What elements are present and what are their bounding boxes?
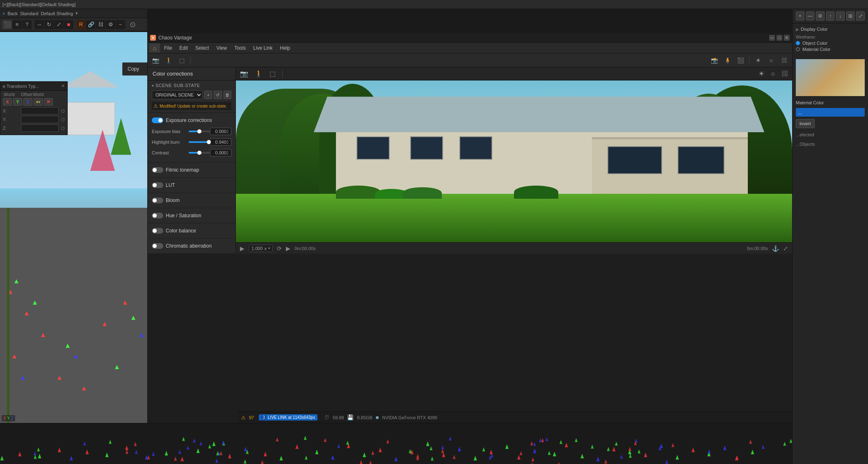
exposure-bias-arrows[interactable]: ▲ ▼ (226, 129, 229, 134)
tp-y-spin[interactable]: ⬡ (61, 117, 65, 122)
cv-view-menu[interactable]: View (213, 44, 230, 52)
left-vp-dropdown-icon[interactable]: ▾ (75, 11, 78, 16)
substate-scene-select[interactable]: ORIGINAL SCENE (152, 90, 203, 99)
contrast-value-box[interactable]: ▲ ▼ (210, 149, 231, 156)
cv-livelink-menu[interactable]: Live Link (250, 44, 276, 52)
invert-button[interactable]: Invert (796, 119, 815, 128)
left-vp-squig-icon[interactable]: ~ (116, 20, 126, 29)
highlight-burn-value-box[interactable]: ▲ ▼ (210, 138, 231, 146)
highlight-burn-input[interactable] (212, 140, 226, 145)
substate-expand-arrow[interactable]: ▾ (152, 83, 154, 88)
tp-z-spin[interactable]: ⬡ (61, 126, 65, 131)
left-vp-target-icon[interactable]: ⊙ (128, 20, 138, 29)
cv-select-rect-icon[interactable]: ⬚ (177, 56, 186, 65)
contrast-handle[interactable] (197, 151, 201, 155)
rp-up-btn[interactable]: ↑ (826, 11, 835, 21)
left-vp-link-icon[interactable]: 🔗 (86, 20, 96, 29)
cv-file-menu[interactable]: File (161, 44, 175, 52)
left-vp-bone-icon[interactable]: ⚙ (106, 20, 116, 29)
material-color-radio[interactable] (796, 47, 800, 51)
filmic-toggle[interactable] (152, 167, 163, 173)
tp-z-btn[interactable]: Z (23, 98, 32, 106)
left-vp-color1-icon[interactable]: ■ (64, 20, 74, 29)
rp-grid-btn[interactable]: ⊞ (846, 11, 855, 21)
color-balance-toggle[interactable] (152, 228, 163, 234)
exposure-bias-down[interactable]: ▼ (226, 131, 229, 134)
cv-rain-icon[interactable]: ⛆ (780, 56, 789, 65)
rp-remove-btn[interactable]: — (806, 11, 815, 21)
tp-x-value[interactable] (21, 107, 59, 115)
object-color-radio[interactable] (796, 41, 800, 45)
tp-x-btn[interactable]: X (3, 98, 12, 106)
dc-expand-arrow[interactable]: ▶ (796, 27, 799, 32)
tp-y-btn[interactable]: Y (13, 98, 22, 106)
hue-saturation-toggle[interactable] (152, 213, 163, 218)
vp-sun-icon[interactable]: ☀ (758, 70, 764, 78)
tp-xy-btn[interactable]: XY (34, 98, 43, 106)
rp-expand-btn[interactable]: ⤢ (856, 11, 865, 21)
rp-add-btn[interactable]: + (796, 11, 804, 21)
highlight-burn-arrows[interactable]: ▲ ▼ (226, 140, 229, 145)
tp-z-value[interactable] (21, 124, 59, 132)
tp-x-spin[interactable]: ⬡ (61, 109, 65, 113)
left-vp-unlink-icon[interactable]: ⛓ (96, 20, 106, 29)
tp-cancel-btn[interactable]: ✕ (44, 98, 53, 106)
left-vp-scale-icon[interactable]: ⤢ (54, 20, 64, 29)
highlight-burn-down[interactable]: ▼ (226, 142, 229, 145)
vp-cloud-icon[interactable]: ⛆ (781, 70, 788, 78)
cv-walk-icon[interactable]: 🚶 (164, 56, 173, 65)
substate-delete-btn[interactable]: 🗑 (224, 91, 231, 99)
left-vp-move-icon[interactable]: ↔ (34, 20, 44, 29)
left-vp-cube-icon[interactable]: ⬛ (2, 20, 12, 29)
tp-y-value[interactable] (21, 116, 59, 123)
cv-select-menu[interactable]: Select (192, 44, 212, 52)
cv-maximize-btn[interactable]: □ (777, 35, 782, 41)
copy-menu-item[interactable]: Copy (123, 64, 148, 74)
vp-camera-icon[interactable]: 📷 (240, 70, 248, 78)
cv-sun-icon[interactable]: ☀ (754, 56, 763, 65)
cv-person-icon[interactable]: 🧍 (723, 56, 732, 65)
lut-toggle[interactable] (152, 182, 163, 188)
exposure-bias-value-box[interactable]: ▲ ▼ (210, 128, 231, 135)
substate-refresh-btn[interactable]: ↺ (214, 91, 222, 99)
vp-walk-icon[interactable]: 🚶 (255, 70, 263, 78)
left-vp-list-icon[interactable]: ≡ (12, 20, 22, 29)
zoom-control[interactable]: 1.000 x ▾ (249, 245, 273, 252)
left-vp-rotate-icon[interactable]: ↻ (44, 20, 54, 29)
active-panel-item[interactable]: ... (796, 108, 865, 117)
anchor-icon[interactable]: ⚓ (772, 245, 779, 252)
exposure-bias-slider[interactable] (189, 131, 210, 132)
highlight-burn-slider[interactable] (189, 141, 210, 143)
cv-minimize-btn[interactable]: — (769, 35, 775, 41)
contrast-slider[interactable] (189, 152, 210, 154)
cv-globe-icon[interactable]: ○ (767, 56, 776, 65)
exposure-toggle[interactable] (152, 117, 163, 123)
cv-home-btn[interactable]: ⌂ (149, 44, 160, 53)
play-btn[interactable]: ▶ (286, 245, 290, 252)
left-vp-r-icon[interactable]: R (76, 20, 86, 29)
highlight-burn-handle[interactable] (207, 140, 211, 144)
cv-camera-icon[interactable]: 📷 (151, 56, 160, 65)
contrast-down[interactable]: ▼ (226, 153, 229, 155)
exposure-bias-input[interactable] (212, 129, 226, 134)
rp-settings-btn[interactable]: ⚙ (816, 11, 825, 21)
loop-icon[interactable]: ⟳ (277, 245, 282, 252)
cv-crop-icon[interactable]: ⬛ (736, 56, 745, 65)
playback-icon[interactable]: ▶ (240, 245, 244, 252)
cv-tools-menu[interactable]: Tools (231, 44, 249, 52)
cv-close-btn[interactable]: ✕ (784, 35, 790, 41)
bloom-toggle[interactable] (152, 198, 163, 203)
substate-add-btn[interactable]: + (204, 91, 212, 99)
chromatic-aberration-toggle[interactable] (152, 243, 163, 249)
vp-select-icon[interactable]: ⬚ (270, 70, 276, 78)
cv-edit-menu[interactable]: Edit (176, 44, 191, 52)
rp-down-btn[interactable]: ↓ (836, 11, 845, 21)
contrast-input[interactable] (212, 150, 226, 155)
cv-snap-icon[interactable]: 📸 (710, 56, 719, 65)
zoom-dropdown-icon[interactable]: ▾ (268, 246, 270, 250)
left-vp-help-icon[interactable]: ? (22, 20, 32, 29)
vp-circle-icon[interactable]: ○ (771, 70, 775, 78)
expand-icon[interactable]: ⤢ (783, 245, 788, 252)
contrast-arrows[interactable]: ▲ ▼ (226, 150, 229, 155)
transform-panel-close-btn[interactable]: ✕ (61, 83, 65, 89)
